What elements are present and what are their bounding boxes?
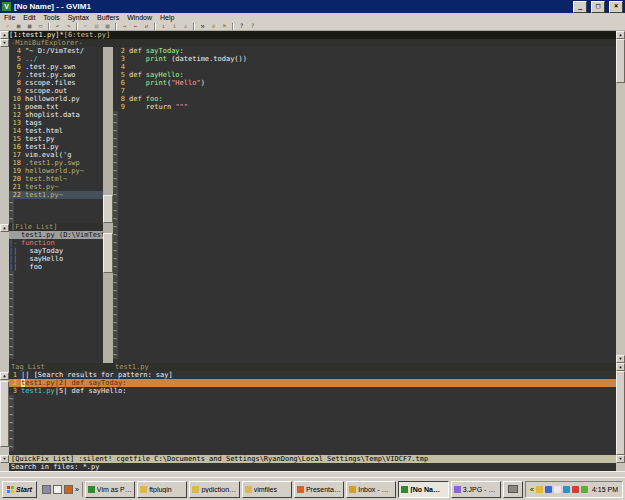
find-help-button[interactable]: ? bbox=[247, 22, 258, 30]
save-session-button[interactable]: ↧ bbox=[169, 22, 180, 30]
tray-icon[interactable] bbox=[536, 486, 543, 493]
save-all-button[interactable]: ▩ bbox=[24, 22, 35, 30]
save-button[interactable]: ▦ bbox=[13, 22, 24, 30]
scroll-up-icon[interactable]: ▲ bbox=[616, 363, 625, 371]
explorer-row[interactable]: 12shoplist.data bbox=[9, 111, 103, 119]
open-button[interactable]: ▱ bbox=[2, 22, 13, 30]
explorer-row[interactable]: 14test.html bbox=[9, 127, 103, 135]
explorer-row[interactable]: 21test.py~ bbox=[9, 183, 103, 191]
printer-button[interactable] bbox=[503, 481, 523, 498]
scrollbar-thumb[interactable] bbox=[616, 371, 625, 455]
scroll-up-icon[interactable]: ▲ bbox=[0, 372, 9, 380]
taglist-row[interactable]: test1.py (D:\VimTest) bbox=[9, 231, 103, 239]
menu-file[interactable]: File bbox=[0, 14, 19, 21]
quicklaunch-item-1-icon[interactable] bbox=[42, 485, 51, 494]
print-button[interactable]: ▭ bbox=[35, 22, 46, 30]
tray-icon[interactable] bbox=[581, 486, 588, 493]
taglist-row[interactable]: || sayToday bbox=[9, 247, 103, 255]
task-button[interactable]: pydiction-1.2 bbox=[189, 481, 239, 498]
explorer-row[interactable]: 11poem.txt bbox=[9, 103, 103, 111]
task-button[interactable]: 3.JPG - Paint bbox=[451, 481, 501, 498]
empty-line: ~ bbox=[9, 311, 103, 319]
scrollbar-thumb[interactable] bbox=[616, 39, 625, 83]
restore-button[interactable]: □ bbox=[591, 1, 605, 13]
explorer-row[interactable]: 10helloworld.py bbox=[9, 95, 103, 103]
right-scrollbar[interactable]: ▲ ▼ ▲ ▼ bbox=[616, 31, 625, 471]
build-tags-button[interactable]: ⊕ bbox=[208, 22, 219, 30]
tray-icon[interactable] bbox=[563, 486, 570, 493]
explorer-row[interactable]: 9cscope.out bbox=[9, 87, 103, 95]
menu-window[interactable]: Window bbox=[123, 14, 156, 21]
redo-button[interactable]: ↷ bbox=[63, 22, 74, 30]
tray-clock[interactable]: 4:15 PM bbox=[592, 486, 618, 493]
code-pane[interactable]: 2def sayToday:3 print (datetime.today())… bbox=[113, 47, 616, 111]
left-scrollbar[interactable]: ▲ ▼ ▲ ▲ ▼ bbox=[0, 31, 9, 471]
menu-tools[interactable]: Tools bbox=[39, 14, 63, 21]
close-button[interactable]: × bbox=[609, 1, 623, 13]
quickfix-row[interactable]: 2test1.py|2| def sayToday: bbox=[9, 379, 616, 387]
scroll-up-icon[interactable]: ▲ bbox=[0, 224, 9, 232]
scroll-up-icon[interactable]: ▲ bbox=[0, 31, 9, 39]
explorer-row[interactable]: 8cscope.files bbox=[9, 79, 103, 87]
quickfix-row[interactable]: 3test1.py|5| def sayHello: bbox=[9, 387, 616, 395]
explorer-row[interactable]: 18.test1.py.swp bbox=[9, 159, 103, 167]
undo-button[interactable]: ↶ bbox=[52, 22, 63, 30]
minimize-button[interactable]: _ bbox=[573, 1, 587, 13]
buffer-tab-test[interactable]: [6:test.py] bbox=[64, 31, 110, 39]
quickfix-row[interactable]: 1|| [Search results for pattern: say] bbox=[9, 371, 616, 379]
task-button[interactable]: vimfiles bbox=[242, 481, 292, 498]
menu-syntax[interactable]: Syntax bbox=[64, 14, 93, 21]
explorer-row[interactable]: 22test1.py~ bbox=[9, 191, 103, 199]
tray-chevron-icon[interactable]: « bbox=[530, 486, 534, 493]
make-button[interactable]: ⚒ bbox=[197, 22, 208, 30]
explorer-row[interactable]: 13tags bbox=[9, 119, 103, 127]
scrollbar-thumb[interactable] bbox=[103, 195, 113, 223]
explorer-row[interactable]: 20test.html~ bbox=[9, 175, 103, 183]
scroll-down-icon[interactable]: ▼ bbox=[0, 455, 9, 463]
tray-icon[interactable] bbox=[554, 486, 561, 493]
tray-icon[interactable] bbox=[545, 486, 552, 493]
explorer-row[interactable]: 7.test.py.swo bbox=[9, 71, 103, 79]
explorer-row[interactable]: 15test.py bbox=[9, 135, 103, 143]
replace-button[interactable]: ⇄ bbox=[141, 22, 152, 30]
tray-icon[interactable] bbox=[572, 486, 579, 493]
quicklaunch-chevron-icon[interactable]: » bbox=[75, 486, 79, 493]
scroll-down-icon[interactable]: ▼ bbox=[616, 355, 625, 363]
task-button[interactable]: Presentation - ... bbox=[294, 481, 344, 498]
scrollbar-thumb[interactable] bbox=[103, 233, 113, 273]
title-bar[interactable]: V [No Name] - - GVIM1 _ □ × bbox=[0, 0, 625, 13]
scroll-up-icon[interactable]: ▲ bbox=[616, 31, 625, 39]
explorer-row[interactable]: 19helloworld.py~ bbox=[9, 167, 103, 175]
paste-button[interactable]: ▨ bbox=[102, 22, 113, 30]
menu-edit[interactable]: Edit bbox=[19, 14, 39, 21]
quicklaunch-item-2-icon[interactable] bbox=[53, 485, 62, 494]
buffer-tab-test1[interactable]: [1:test1.py]* bbox=[9, 31, 64, 39]
help-button[interactable]: ? bbox=[236, 22, 247, 30]
task-button[interactable]: Vim as Python ... bbox=[85, 481, 135, 498]
find-next-button[interactable]: → bbox=[119, 22, 130, 30]
explorer-row[interactable]: 17vim.eval('g bbox=[9, 151, 103, 159]
start-button[interactable]: Start bbox=[2, 481, 37, 498]
load-session-button[interactable]: ↥ bbox=[158, 22, 169, 30]
explorer-row[interactable]: 4"~ D:/VimTest/ bbox=[9, 47, 103, 55]
scroll-down-icon[interactable]: ▼ bbox=[616, 455, 625, 463]
middle-scrollbar[interactable] bbox=[103, 47, 113, 363]
taglist-row[interactable]: |-function bbox=[9, 239, 103, 247]
explorer-row[interactable]: 6.test.py.swn bbox=[9, 63, 103, 71]
menu-buffers[interactable]: Buffers bbox=[93, 14, 123, 21]
explorer-row[interactable]: 5../ bbox=[9, 55, 103, 63]
run-script-button[interactable]: ♙ bbox=[180, 22, 191, 30]
tag-jump-button[interactable]: ⚑ bbox=[219, 22, 230, 30]
taglist-row[interactable]: || sayHello bbox=[9, 255, 103, 263]
task-button[interactable]: ftplugin bbox=[137, 481, 187, 498]
task-button[interactable]: [No Name] - ... bbox=[398, 481, 448, 498]
scroll-down-icon[interactable]: ▼ bbox=[0, 39, 9, 47]
task-button[interactable]: Inbox - Micros... bbox=[346, 481, 396, 498]
scrollbar-thumb[interactable] bbox=[0, 381, 9, 447]
command-line[interactable]: Search in files: *.py bbox=[9, 463, 616, 471]
find-prev-button[interactable]: ← bbox=[130, 22, 141, 30]
quicklaunch-item-3-icon[interactable] bbox=[64, 485, 73, 494]
explorer-row[interactable]: 16test1.py bbox=[9, 143, 103, 151]
menu-help[interactable]: Help bbox=[156, 14, 178, 21]
taglist-row[interactable]: || foo bbox=[9, 263, 103, 271]
